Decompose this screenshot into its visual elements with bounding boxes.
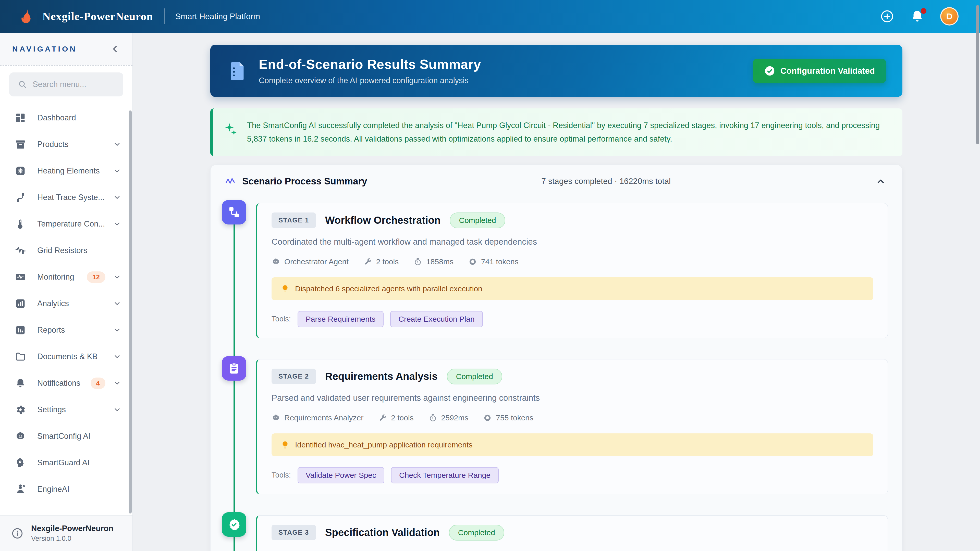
tools-label: Tools: xyxy=(272,471,291,479)
tools-count: 2 tools xyxy=(376,257,399,266)
sparkles-icon xyxy=(223,120,239,138)
add-new-button[interactable] xyxy=(880,9,894,24)
stage-row-2: STAGE 2 Requirements Analysis Completed … xyxy=(222,356,888,494)
sidebar-item-smartguard-ai[interactable]: SmartGuard AI xyxy=(0,449,132,476)
page-subtitle: Complete overview of the AI-powered conf… xyxy=(259,76,481,85)
sidebar-item-products[interactable]: Products xyxy=(0,131,132,158)
tools-count-meta: 2 tools xyxy=(378,413,414,422)
sidebar-item-label: Documents & KB xyxy=(37,352,97,361)
tool-pill-check-temperature-range[interactable]: Check Temperature Range xyxy=(391,467,499,483)
sidebar-search[interactable] xyxy=(9,73,123,97)
footer-version: Version 1.0.0 xyxy=(31,535,113,543)
chevron-down-icon xyxy=(113,379,121,387)
scenario-process-summary-card: Scenario Process Summary 7 stages comple… xyxy=(210,165,902,551)
stage-tools-row: Tools: Validate Power SpecCheck Temperat… xyxy=(272,467,873,483)
sidebar-item-notifications[interactable]: Notifications4 xyxy=(0,370,132,396)
tool-pill-validate-power-spec[interactable]: Validate Power Spec xyxy=(298,467,384,483)
sidebar-item-heat-trace-syste[interactable]: Heat Trace Syste... xyxy=(0,184,132,211)
stage-number-badge: STAGE 2 xyxy=(272,368,316,384)
tool-pill-parse-requirements[interactable]: Parse Requirements xyxy=(298,311,383,327)
chevron-down-icon xyxy=(113,406,121,414)
stage-row-1: STAGE 1 Workflow Orchestration Completed… xyxy=(222,200,888,338)
stage-title: Specification Validation xyxy=(325,527,440,538)
tools-label: Tools: xyxy=(272,315,291,323)
sidebar-scroll-area: DashboardProductsHeating ElementsHeat Tr… xyxy=(0,65,132,515)
stage-status-badge: Completed xyxy=(449,525,504,540)
tokens-meta: 741 tokens xyxy=(468,257,519,266)
stage-number-badge: STAGE 3 xyxy=(272,525,316,540)
duration-meta: 2592ms xyxy=(428,413,469,422)
sidebar-item-label: Grid Resistors xyxy=(37,246,87,255)
search-icon xyxy=(18,80,27,89)
chevron-down-icon xyxy=(113,326,121,334)
sidebar-item-temperature-con[interactable]: Temperature Con... xyxy=(0,211,132,237)
sidebar-item-label: Settings xyxy=(37,405,66,414)
footer-app-name: Nexgile-PowerNeuron xyxy=(31,524,113,533)
stage-description: Validated technical specifications again… xyxy=(272,549,873,551)
duration: 2592ms xyxy=(441,413,469,422)
sidebar-item-heating-elements[interactable]: Heating Elements xyxy=(0,158,132,184)
configuration-validated-badge[interactable]: Configuration Validated xyxy=(753,59,886,83)
process-summary-header[interactable]: Scenario Process Summary 7 stages comple… xyxy=(210,165,902,197)
sidebar-item-label: Heat Trace Syste... xyxy=(37,193,105,202)
chevron-down-icon xyxy=(113,193,121,202)
agent-meta: Requirements Analyzer xyxy=(272,413,363,422)
tool-pill-create-execution-plan[interactable]: Create Execution Plan xyxy=(390,311,483,327)
sidebar-item-documents-kb[interactable]: Documents & KB xyxy=(0,343,132,370)
sidebar-item-dashboard[interactable]: Dashboard xyxy=(0,105,132,131)
stage-tools-row: Tools: Parse RequirementsCreate Executio… xyxy=(272,311,873,327)
sidebar-item-monitoring[interactable]: Monitoring12 xyxy=(0,264,132,290)
brand-subtitle: Smart Heating Platform xyxy=(175,12,260,21)
tokens: 755 tokens xyxy=(496,413,533,422)
notification-dot xyxy=(921,8,926,14)
user-avatar[interactable]: D xyxy=(940,7,959,25)
badge-check-stage-icon xyxy=(222,512,246,537)
sidebar-item-smartconfig-ai[interactable]: SmartConfig AI xyxy=(0,423,132,449)
stage-row-3: STAGE 3 Specification Validation Complet… xyxy=(222,512,888,551)
lightbulb-icon xyxy=(281,441,290,449)
chevron-down-icon xyxy=(113,353,121,361)
grid-resistors-icon xyxy=(15,245,26,256)
insight-text: Dispatched 6 specialized agents with par… xyxy=(295,284,482,293)
stage-description: Parsed and validated user requirements a… xyxy=(272,393,873,403)
sidebar-item-grid-resistors[interactable]: Grid Resistors xyxy=(0,237,132,264)
sidebar-item-label: Analytics xyxy=(37,299,69,308)
sidebar-scrollbar[interactable] xyxy=(129,110,132,513)
engine-ai-icon xyxy=(15,484,26,495)
tools-count: 2 tools xyxy=(391,413,414,422)
section-title: Scenario Process Summary xyxy=(242,176,367,187)
sidebar-item-settings[interactable]: Settings xyxy=(0,396,132,423)
monitoring-icon xyxy=(15,272,26,283)
notifications-bell-button[interactable] xyxy=(910,9,924,24)
sidebar-header: NAVIGATION xyxy=(0,33,132,65)
stopwatch-icon xyxy=(414,257,422,266)
count-badge: 12 xyxy=(87,272,105,283)
sidebar-item-label: SmartConfig AI xyxy=(37,432,90,441)
agent-name: Orchestrator Agent xyxy=(284,257,348,266)
analytics-icon xyxy=(15,298,26,309)
sidebar-collapse-button[interactable] xyxy=(110,44,120,54)
sidebar: NAVIGATION DashboardProductsHeating Elem… xyxy=(0,33,133,551)
flame-logo-icon xyxy=(18,6,34,26)
chevron-up-icon[interactable] xyxy=(876,176,886,186)
notifications-icon xyxy=(15,378,26,389)
search-input[interactable] xyxy=(33,80,115,89)
sidebar-item-engineai[interactable]: EngineAI xyxy=(0,476,132,503)
page-scrollbar[interactable] xyxy=(976,5,979,144)
settings-icon xyxy=(15,404,26,415)
lightbulb-icon xyxy=(281,284,290,293)
sidebar-item-reports[interactable]: Reports xyxy=(0,317,132,343)
check-circle-icon xyxy=(764,65,775,76)
ai-summary-text: The SmartConfig AI successfully complete… xyxy=(247,119,888,146)
token-icon xyxy=(483,413,492,422)
stage-meta-row: Orchestrator Agent 2 tools 1858ms 741 to… xyxy=(272,257,873,266)
sidebar-item-label: Temperature Con... xyxy=(37,219,105,229)
stages-timeline: STAGE 1 Workflow Orchestration Completed… xyxy=(210,197,902,551)
stage-card: STAGE 2 Requirements Analysis Completed … xyxy=(256,359,888,494)
smartguard-ai-icon xyxy=(15,457,26,468)
sidebar-item-analytics[interactable]: Analytics xyxy=(0,290,132,317)
brand-title: Nexgile-PowerNeuron xyxy=(42,10,153,23)
documents-icon xyxy=(15,351,26,362)
chevron-down-icon xyxy=(113,273,121,281)
tokens-meta: 755 tokens xyxy=(483,413,533,422)
